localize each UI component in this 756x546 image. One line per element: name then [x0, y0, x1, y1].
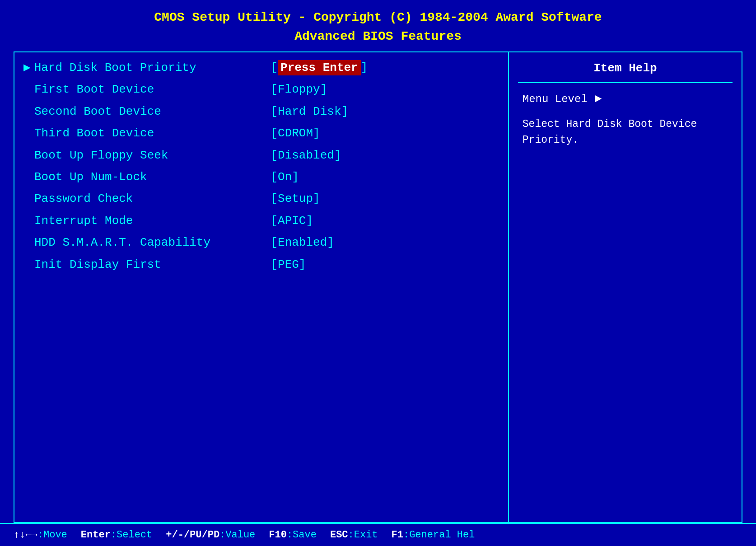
bios-screen: CMOS Setup Utility - Copyright (C) 1984-… — [0, 0, 756, 546]
menu-item-value: [Press Enter] — [271, 60, 368, 76]
footer-item: F10:Save — [269, 529, 317, 541]
footer-key: +/-/PU/PD — [166, 529, 219, 541]
menu-item-label-text: Hard Disk Boot Priority — [34, 60, 196, 76]
menu-item-value: [Disabled] — [271, 147, 341, 163]
footer-desc: :Save — [287, 529, 317, 541]
footer-item: F1:General Hel — [392, 529, 475, 541]
menu-row[interactable]: Interrupt Mode[APIC] — [14, 210, 508, 232]
footer-desc: :Exit — [348, 529, 378, 541]
footer-desc: :Value — [219, 529, 255, 541]
press-enter-badge: Press Enter — [278, 60, 361, 75]
footer-key: F10 — [269, 529, 287, 541]
menu-item-value: [Floppy] — [271, 81, 327, 98]
right-panel: Item Help Menu Level ► Select Hard Disk … — [509, 52, 742, 522]
footer-key: Enter — [81, 529, 111, 541]
menu-item-label-text: First Boot Device — [34, 81, 154, 98]
help-text: Select Hard Disk Boot Device Priority. — [518, 117, 733, 148]
menu-item-label: First Boot Device — [23, 81, 271, 98]
footer-key: ↑↓←→ — [14, 529, 37, 541]
menu-item-label-text: Boot Up Floppy Seek — [34, 147, 168, 163]
menu-item-label-text: Second Boot Device — [34, 103, 161, 120]
footer-desc: :Select — [111, 529, 152, 541]
menu-item-label: Interrupt Mode — [23, 213, 271, 229]
footer-desc: :Move — [37, 529, 67, 541]
menu-row[interactable]: Password Check[Setup] — [14, 188, 508, 210]
footer-item: +/-/PU/PD:Value — [166, 529, 255, 541]
item-help-title: Item Help — [518, 57, 733, 83]
menu-item-value: [Setup] — [271, 191, 320, 207]
footer-key: ESC — [330, 529, 348, 541]
menu-item-label: Password Check — [23, 191, 271, 207]
footer-desc: :General Hel — [403, 529, 475, 541]
menu-item-value: [APIC] — [271, 213, 313, 229]
menu-row[interactable]: ▶Hard Disk Boot Priority[Press Enter] — [14, 57, 508, 79]
menu-item-value: [Enabled] — [271, 234, 334, 251]
menu-row[interactable]: Third Boot Device[CDROM] — [14, 122, 508, 144]
menu-row[interactable]: HDD S.M.A.R.T. Capability[Enabled] — [14, 232, 508, 253]
arrow-icon: ▶ — [23, 60, 31, 76]
footer-item: ↑↓←→:Move — [14, 529, 67, 541]
menu-level-row: Menu Level ► — [518, 92, 733, 106]
menu-item-label-text: Init Display First — [34, 257, 161, 273]
menu-row[interactable]: Init Display First[PEG] — [14, 254, 508, 275]
title-bar: CMOS Setup Utility - Copyright (C) 1984-… — [0, 0, 756, 51]
menu-item-label: Init Display First — [23, 257, 271, 273]
panels: ▶Hard Disk Boot Priority[Press Enter]Fir… — [14, 51, 742, 523]
menu-item-value: [On] — [271, 169, 299, 185]
title-line2: Advanced BIOS Features — [0, 27, 756, 46]
menu-row[interactable]: Boot Up Num-Lock[On] — [14, 166, 508, 188]
menu-item-value: [PEG] — [271, 257, 306, 273]
menu-item-label: Second Boot Device — [23, 103, 271, 120]
menu-item-label-text: Password Check — [34, 191, 133, 207]
title-line1: CMOS Setup Utility - Copyright (C) 1984-… — [0, 8, 756, 27]
menu-item-label: HDD S.M.A.R.T. Capability — [23, 234, 271, 251]
menu-item-label-text: Interrupt Mode — [34, 213, 133, 229]
footer-item: ESC:Exit — [330, 529, 378, 541]
menu-item-value: [Hard Disk] — [271, 103, 348, 120]
menu-item-label-text: HDD S.M.A.R.T. Capability — [34, 234, 210, 251]
left-panel: ▶Hard Disk Boot Priority[Press Enter]Fir… — [14, 52, 509, 522]
menu-item-label-text: Boot Up Num-Lock — [34, 169, 147, 185]
footer-key: F1 — [392, 529, 403, 541]
main-content: ▶Hard Disk Boot Priority[Press Enter]Fir… — [0, 51, 756, 523]
menu-item-label: ▶Hard Disk Boot Priority — [23, 60, 271, 76]
menu-level-arrow-icon: ► — [595, 92, 602, 106]
menu-item-value: [CDROM] — [271, 125, 320, 141]
menu-row[interactable]: Second Boot Device[Hard Disk] — [14, 101, 508, 122]
footer-item: Enter:Select — [81, 529, 152, 541]
footer: ↑↓←→:MoveEnter:Select+/-/PU/PD:ValueF10:… — [0, 523, 756, 546]
menu-row[interactable]: First Boot Device[Floppy] — [14, 79, 508, 100]
menu-item-label: Boot Up Floppy Seek — [23, 147, 271, 163]
menu-item-label-text: Third Boot Device — [34, 125, 154, 141]
menu-level-label: Menu Level — [523, 93, 588, 105]
menu-item-label: Boot Up Num-Lock — [23, 169, 271, 185]
menu-row[interactable]: Boot Up Floppy Seek[Disabled] — [14, 145, 508, 166]
menu-item-label: Third Boot Device — [23, 125, 271, 141]
